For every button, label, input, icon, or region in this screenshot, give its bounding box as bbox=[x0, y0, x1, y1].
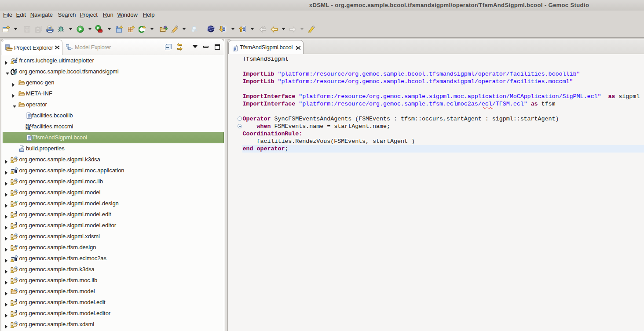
svg-text:ML: ML bbox=[26, 127, 31, 130]
svg-text:M: M bbox=[15, 244, 18, 247]
svg-text:010: 010 bbox=[20, 149, 24, 152]
